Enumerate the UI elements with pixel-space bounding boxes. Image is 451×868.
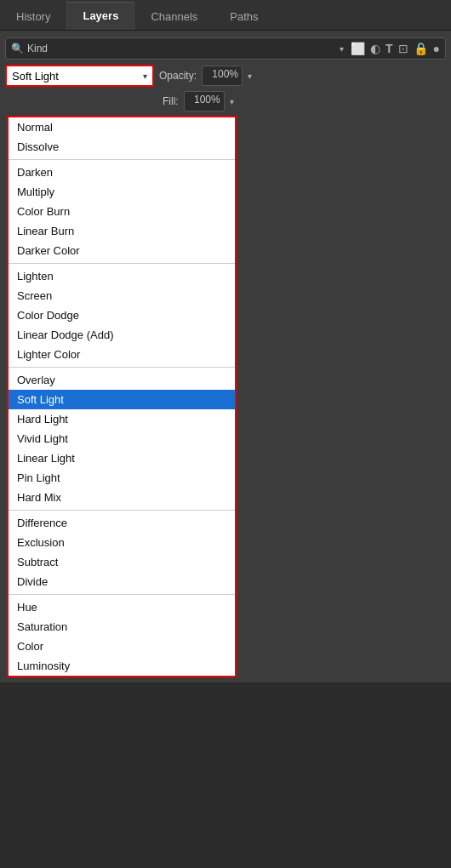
dot-filter-icon[interactable]: ●	[433, 42, 440, 55]
blend-option-color-burn[interactable]: Color Burn	[9, 202, 235, 221]
opacity-value[interactable]: 100%	[202, 66, 243, 86]
blend-option-exclusion[interactable]: Exclusion	[9, 533, 235, 552]
opacity-arrow: ▾	[248, 71, 252, 81]
tab-history[interactable]: History	[0, 3, 66, 30]
blend-option-linear-dodge[interactable]: Linear Dodge (Add)	[9, 325, 235, 345]
blend-option-hard-mix[interactable]: Hard Mix	[9, 488, 235, 507]
blend-option-subtract[interactable]: Subtract	[9, 552, 235, 572]
blend-option-divide[interactable]: Divide	[9, 572, 235, 591]
search-bar[interactable]: 🔍 Kind ▾ ⬜ ◐ T ⊡ 🔒 ●	[5, 37, 446, 60]
blend-option-color[interactable]: Color	[9, 637, 235, 656]
search-filter-icons: ⬜ ◐ T ⊡ 🔒 ●	[351, 42, 440, 55]
fill-value[interactable]: 100%	[184, 91, 225, 111]
fill-row: Fill: 100% ▾	[5, 91, 446, 111]
tab-layers[interactable]: Layers	[66, 2, 134, 30]
blend-option-lighten[interactable]: Lighten	[9, 266, 235, 286]
separator-1	[9, 159, 235, 160]
layers-panel: 🔍 Kind ▾ ⬜ ◐ T ⊡ 🔒 ● Soft Light ▾ Opacit…	[0, 31, 451, 682]
separator-3	[9, 367, 235, 368]
blend-option-soft-light[interactable]: Soft Light	[9, 390, 235, 409]
blend-option-color-dodge[interactable]: Color Dodge	[9, 306, 235, 325]
text-filter-icon[interactable]: T	[385, 42, 393, 55]
blend-mode-dropdown[interactable]: Soft Light ▾	[5, 65, 154, 87]
blend-option-screen[interactable]: Screen	[9, 286, 235, 306]
blend-option-multiply[interactable]: Multiply	[9, 182, 235, 202]
blend-option-hard-light[interactable]: Hard Light	[9, 409, 235, 429]
blend-option-linear-burn[interactable]: Linear Burn	[9, 221, 235, 241]
blend-opacity-row: Soft Light ▾ Opacity: 100% ▾	[5, 65, 446, 87]
blend-dropdown-arrow: ▾	[143, 71, 147, 81]
separator-2	[9, 263, 235, 264]
blend-option-darker-color[interactable]: Darker Color	[9, 241, 235, 260]
blend-mode-value: Soft Light	[12, 70, 59, 83]
search-icon: 🔍	[11, 43, 24, 54]
tab-channels[interactable]: Channels	[134, 3, 214, 30]
blend-option-darken[interactable]: Darken	[9, 163, 235, 182]
separator-4	[9, 510, 235, 511]
lock-filter-icon[interactable]: 🔒	[414, 42, 428, 55]
fill-label: Fill:	[163, 95, 179, 107]
blend-option-pin-light[interactable]: Pin Light	[9, 468, 235, 488]
blend-option-linear-light[interactable]: Linear Light	[9, 448, 235, 468]
blend-option-overlay[interactable]: Overlay	[9, 370, 235, 390]
image-filter-icon[interactable]: ⬜	[351, 42, 365, 55]
separator-5	[9, 594, 235, 595]
opacity-label: Opacity:	[159, 70, 197, 82]
blend-option-luminosity[interactable]: Luminosity	[9, 656, 235, 676]
search-kind-label: Kind	[27, 43, 340, 54]
crop-filter-icon[interactable]: ⊡	[398, 42, 408, 55]
blend-option-normal[interactable]: Normal	[9, 117, 235, 137]
search-kind-arrow: ▾	[340, 44, 344, 54]
blend-option-hue[interactable]: Hue	[9, 597, 235, 617]
blend-option-dissolve[interactable]: Dissolve	[9, 137, 235, 157]
tab-bar: History Layers Channels Paths	[0, 0, 451, 31]
tab-paths[interactable]: Paths	[214, 3, 274, 30]
fill-arrow: ▾	[230, 97, 234, 106]
blend-option-difference[interactable]: Difference	[9, 513, 235, 533]
circle-filter-icon[interactable]: ◐	[370, 42, 380, 55]
blend-mode-list: Normal Dissolve Darken Multiply Color Bu…	[7, 116, 237, 677]
blend-option-lighter-color[interactable]: Lighter Color	[9, 345, 235, 364]
blend-option-saturation[interactable]: Saturation	[9, 617, 235, 637]
blend-option-vivid-light[interactable]: Vivid Light	[9, 429, 235, 448]
blend-mode-options: Normal Dissolve Darken Multiply Color Bu…	[9, 117, 235, 676]
